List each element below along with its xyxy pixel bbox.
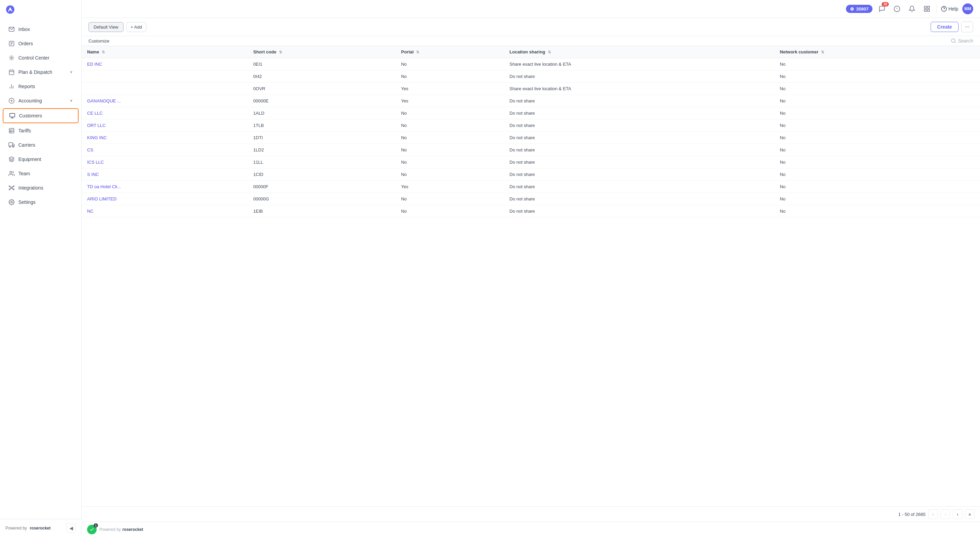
reports-icon [8, 83, 15, 90]
sidebar-item-label: Settings [18, 199, 36, 205]
sidebar-item-carriers[interactable]: Carriers [3, 138, 79, 152]
customer-name-cell[interactable]: ORT LLC [82, 120, 248, 132]
location-sharing-cell: Do not share [504, 70, 775, 83]
location-sharing-cell: Share exact live location & ETA [504, 83, 775, 95]
portal-cell: Yes [396, 181, 504, 193]
sidebar-item-integrations[interactable]: Integrations [3, 181, 79, 194]
chat-button[interactable] [891, 3, 902, 14]
control-center-icon [8, 54, 15, 61]
short-code-cell: 1ALD [248, 107, 395, 120]
search-label: Search [958, 38, 973, 43]
chevron-down-icon: ▼ [69, 99, 73, 103]
customer-name-cell[interactable]: CS [82, 144, 248, 156]
sort-icon: ⇅ [102, 50, 105, 54]
col-header-short-code[interactable]: Short code ⇅ [248, 46, 395, 58]
sidebar-item-accounting[interactable]: Accounting ▼ [3, 94, 79, 108]
col-header-network-customer[interactable]: Network customer ⇅ [775, 46, 980, 58]
network-customer-cell: No [775, 58, 980, 70]
customer-name-cell[interactable]: KING INC [82, 132, 248, 144]
customer-name-cell[interactable]: ICS LLC [82, 156, 248, 169]
table-row: GANANOQUE ...00000EYesDo not shareNo [82, 95, 980, 107]
sidebar-item-plan-dispatch[interactable]: Plan & Dispatch ▼ [3, 65, 79, 79]
sort-icon: ⇅ [821, 50, 824, 54]
location-sharing-cell: Do not share [504, 181, 775, 193]
messages-badge: 38 [882, 2, 889, 6]
sidebar-item-inbox[interactable]: Inbox [3, 22, 79, 36]
customer-name-cell[interactable]: ARIO LIMITED [82, 193, 248, 205]
sidebar-item-team[interactable]: Team [3, 167, 79, 180]
table-footer: 1 - 50 of 2685 « ‹ › » [82, 507, 980, 522]
sidebar-item-customers[interactable]: Customers [3, 108, 79, 123]
customers-content: Default View + Add Create ··· Customize … [82, 18, 980, 522]
grid-button[interactable] [921, 3, 932, 14]
sidebar-item-tariffs[interactable]: Tariffs [3, 124, 79, 137]
svg-point-48 [951, 39, 955, 43]
portal-cell: Yes [396, 95, 504, 107]
col-header-location-sharing[interactable]: Location sharing ⇅ [504, 46, 775, 58]
customer-name-cell[interactable]: ED INC [82, 58, 248, 70]
sidebar-item-reports[interactable]: Reports [3, 80, 79, 93]
more-options-button[interactable]: ··· [961, 21, 973, 32]
sidebar-item-label: Equipment [18, 156, 41, 162]
table-row: 0OVRYesShare exact live location & ETANo [82, 83, 980, 95]
svg-point-7 [11, 57, 13, 59]
sidebar-item-label: Plan & Dispatch [18, 69, 52, 75]
location-sharing-cell: Do not share [504, 120, 775, 132]
customer-name-cell[interactable]: S INC [82, 169, 248, 181]
search-trigger[interactable]: Search [951, 38, 973, 43]
brand-name: roserocket [30, 526, 50, 531]
sidebar-item-settings[interactable]: Settings [3, 195, 79, 209]
svg-point-30 [9, 186, 10, 187]
next-page-button[interactable]: › [953, 510, 962, 519]
portal-cell: No [396, 58, 504, 70]
short-code-cell: 00000E [248, 95, 395, 107]
create-button[interactable]: Create [931, 22, 959, 32]
credits-icon: ⊕ [850, 6, 854, 11]
network-customer-cell: No [775, 193, 980, 205]
portal-cell: No [396, 120, 504, 132]
svg-line-37 [12, 188, 13, 190]
portal-cell: Yes [396, 83, 504, 95]
user-avatar[interactable]: MM [962, 3, 973, 14]
svg-rect-45 [928, 10, 930, 11]
location-sharing-cell: Share exact live location & ETA [504, 58, 775, 70]
table-row: NC1EIBNoDo not shareNo [82, 205, 980, 217]
last-page-button[interactable]: » [965, 510, 975, 519]
messages-button[interactable]: 38 [877, 3, 888, 14]
settings-icon [8, 199, 15, 206]
customer-name-cell[interactable]: NC [82, 205, 248, 217]
sidebar-item-orders[interactable]: Orders [3, 37, 79, 50]
col-header-name[interactable]: Name ⇅ [82, 46, 248, 58]
portal-cell: No [396, 144, 504, 156]
short-code-cell: 00000F [248, 181, 395, 193]
portal-cell: No [396, 70, 504, 83]
sidebar-item-label: Team [18, 171, 30, 176]
network-customer-cell: No [775, 70, 980, 83]
col-header-portal[interactable]: Portal ⇅ [396, 46, 504, 58]
table-row: ARIO LIMITED00000GNoDo not shareNo [82, 193, 980, 205]
customer-name-cell[interactable]: TD oa Hotel Cli... [82, 181, 248, 193]
task-badge[interactable]: 1 [87, 525, 97, 534]
sidebar-item-equipment[interactable]: Equipment [3, 153, 79, 166]
svg-line-36 [10, 188, 11, 190]
table-row: CE LLC1ALDNoDo not shareNo [82, 107, 980, 120]
sidebar-collapse-button[interactable]: ◀ [66, 523, 76, 533]
notifications-button[interactable] [907, 3, 917, 14]
portal-cell: No [396, 132, 504, 144]
prev-page-button[interactable]: ‹ [940, 510, 950, 519]
help-button[interactable]: Help [941, 6, 958, 12]
orders-icon [8, 40, 15, 47]
customer-name-cell[interactable]: GANANOQUE ... [82, 95, 248, 107]
sidebar-item-control-center[interactable]: Control Center [3, 51, 79, 65]
network-customer-cell: No [775, 95, 980, 107]
svg-point-27 [13, 146, 14, 147]
customize-label[interactable]: Customize [89, 38, 109, 43]
portal-cell: No [396, 169, 504, 181]
sidebar-logo[interactable] [0, 0, 81, 19]
customer-name-cell[interactable]: CE LLC [82, 107, 248, 120]
add-view-button[interactable]: + Add [126, 22, 147, 32]
customers-table-wrapper: Name ⇅ Short code ⇅ Portal ⇅ Location [82, 46, 980, 507]
default-view-tab[interactable]: Default View [89, 22, 124, 32]
first-page-button[interactable]: « [928, 510, 938, 519]
credits-badge[interactable]: ⊕ 35907 [846, 5, 872, 13]
